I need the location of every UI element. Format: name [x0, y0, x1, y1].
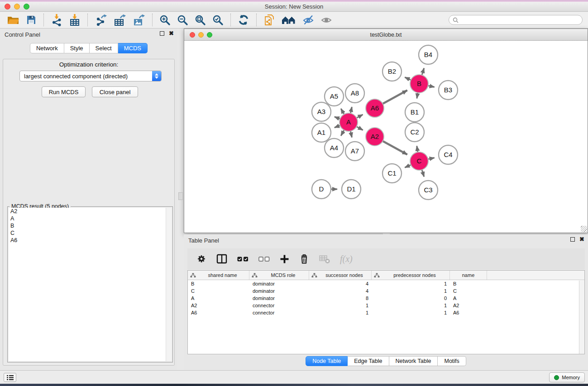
criterion-dropdown[interactable]: largest connected component (directed): [19, 71, 162, 81]
tab-node-table[interactable]: Node Table: [306, 356, 348, 366]
float-table-panel-icon[interactable]: [570, 237, 575, 242]
network-canvas-svg: AA1A2A3A4A5A6A7A8BB1B2B3B4CC1C2C3C4DD1: [184, 41, 588, 233]
graph-node-B4[interactable]: B4: [419, 45, 438, 64]
graph-node-D1[interactable]: D1: [342, 180, 361, 199]
tab-mcds[interactable]: MCDS: [118, 43, 148, 53]
close-table-panel-icon[interactable]: ✖: [579, 237, 584, 242]
graph-node-B3[interactable]: B3: [439, 81, 458, 100]
tab-network-table[interactable]: Network Table: [389, 356, 438, 366]
table-cell: dominator: [249, 280, 309, 287]
graph-node-B1[interactable]: B1: [405, 103, 424, 122]
tab-edge-table[interactable]: Edge Table: [348, 356, 389, 366]
column-header-predecessor-nodes[interactable]: predecessor nodes: [372, 271, 450, 280]
column-header-MCDS-role[interactable]: MCDS role: [249, 271, 309, 280]
new-network-from-selection-button[interactable]: [260, 13, 278, 27]
show-all-button[interactable]: [317, 14, 335, 26]
function-builder-button[interactable]: f(x): [340, 254, 353, 264]
memory-button[interactable]: Memory: [549, 372, 585, 382]
graph-node-A3[interactable]: A3: [312, 102, 331, 121]
graph-node-C4[interactable]: C4: [439, 145, 458, 164]
export-image-button[interactable]: [129, 13, 148, 27]
table-row[interactable]: A2connector11A2: [188, 302, 584, 309]
float-panel-icon[interactable]: [160, 31, 164, 36]
mcds-result-item[interactable]: A2: [9, 208, 172, 215]
save-session-button[interactable]: [23, 14, 40, 26]
task-history-button[interactable]: [4, 373, 16, 382]
column-type-icon: [252, 273, 258, 278]
graph-node-A5[interactable]: A5: [325, 87, 344, 106]
delete-columns-button[interactable]: [299, 253, 309, 264]
zoom-selected-button[interactable]: [209, 14, 227, 27]
table-scrollbar[interactable]: [579, 281, 584, 354]
graph-node-A1[interactable]: A1: [312, 123, 331, 142]
network-window-titlebar[interactable]: testGlobe.txt: [184, 29, 588, 41]
mcds-result-list[interactable]: A2ABCA6: [9, 208, 172, 361]
import-table-icon: [69, 14, 81, 26]
table-row[interactable]: Cdominator41C: [188, 287, 584, 295]
column-header-successor-nodes[interactable]: successor nodes: [309, 271, 372, 280]
tab-network[interactable]: Network: [30, 43, 64, 53]
zoom-fit-button[interactable]: [191, 14, 209, 27]
tab-select[interactable]: Select: [90, 43, 118, 53]
close-panel-icon[interactable]: ✖: [169, 31, 174, 36]
graph-node-B[interactable]: B: [410, 75, 428, 93]
graph-edge-A-A3: [335, 117, 340, 119]
import-network-button[interactable]: [48, 13, 66, 27]
select-all-columns-button[interactable]: [237, 257, 249, 262]
table-cell: A: [450, 295, 487, 302]
graph-node-A8[interactable]: A8: [345, 84, 364, 103]
table-settings-button[interactable]: [196, 254, 206, 264]
run-mcds-button[interactable]: Run MCDS: [42, 86, 86, 97]
network-canvas[interactable]: AA1A2A3A4A5A6A7A8BB1B2B3B4CC1C2C3C4DD1: [184, 41, 588, 233]
graph-node-D[interactable]: D: [312, 180, 331, 199]
table-row[interactable]: Bdominator41B: [188, 280, 584, 287]
search-input[interactable]: [461, 17, 578, 23]
zoom-in-button[interactable]: [156, 14, 174, 27]
column-header-name[interactable]: name: [450, 271, 487, 280]
column-header-shared-name[interactable]: shared name: [188, 271, 249, 280]
svg-text:B: B: [417, 80, 421, 87]
tab-style[interactable]: Style: [64, 43, 90, 53]
import-table-button[interactable]: [66, 13, 84, 27]
main-titlebar[interactable]: Session: New Session: [0, 2, 588, 12]
graph-node-C1[interactable]: C1: [382, 164, 402, 183]
search-field[interactable]: [449, 15, 583, 25]
graph-node-A6[interactable]: A6: [366, 99, 384, 117]
export-table-button[interactable]: [110, 13, 129, 27]
column-layout-button[interactable]: [216, 254, 227, 264]
apply-layout-button[interactable]: [234, 13, 253, 27]
svg-text:A5: A5: [330, 92, 338, 100]
svg-text:A2: A2: [371, 133, 379, 140]
zoom-out-button[interactable]: [174, 14, 191, 27]
create-column-button[interactable]: [280, 254, 289, 264]
graph-node-C2[interactable]: C2: [405, 123, 424, 142]
tab-motifs[interactable]: Motifs: [438, 356, 466, 366]
mcds-result-item[interactable]: A6: [9, 237, 172, 244]
unselect-all-columns-button[interactable]: [258, 257, 270, 262]
mcds-result-item[interactable]: C: [9, 229, 172, 237]
dropdown-stepper-icon: [152, 71, 161, 81]
vertical-splitter-handle[interactable]: [178, 192, 183, 200]
table-row[interactable]: Adominator80A: [188, 295, 584, 302]
graph-node-B2[interactable]: B2: [382, 62, 402, 81]
graph-node-C[interactable]: C: [410, 152, 428, 170]
graph-node-C3[interactable]: C3: [419, 181, 438, 200]
export-network-button[interactable]: [91, 13, 110, 27]
zoom-out-icon: [177, 14, 188, 26]
first-neighbors-button[interactable]: [278, 14, 299, 26]
graph-node-A7[interactable]: A7: [345, 142, 364, 161]
hide-selected-button[interactable]: [299, 14, 317, 26]
mcds-result-item[interactable]: A: [9, 215, 172, 222]
open-session-button[interactable]: [4, 14, 23, 26]
graph-node-A[interactable]: A: [339, 113, 358, 131]
graph-node-A4[interactable]: A4: [325, 138, 344, 157]
table-row[interactable]: A6connector11A6: [188, 309, 584, 316]
window-resize-grip[interactable]: [581, 226, 587, 232]
close-panel-button[interactable]: Close panel: [92, 86, 138, 97]
list-scrollbar[interactable]: [166, 208, 172, 361]
graph-node-A2[interactable]: A2: [366, 128, 384, 146]
memory-label: Memory: [562, 375, 580, 380]
zoom-selected-icon: [212, 14, 224, 26]
delete-table-button[interactable]: [319, 254, 330, 264]
mcds-result-item[interactable]: B: [9, 222, 172, 229]
